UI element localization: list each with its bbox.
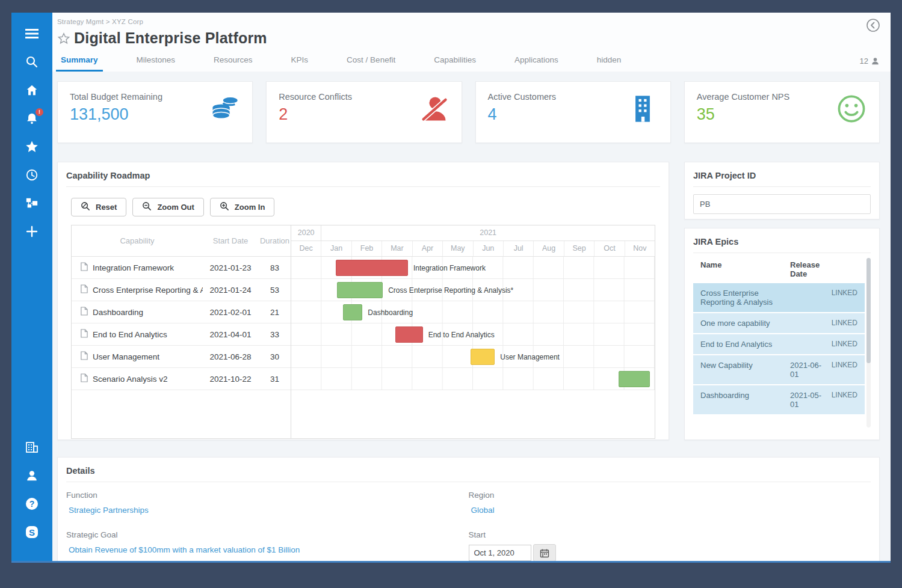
kpi-label: Active Customers xyxy=(488,92,557,102)
epic-name: Dashboarding xyxy=(700,391,790,409)
favorites-star-icon[interactable] xyxy=(24,139,40,155)
tab-capabilities[interactable]: Capabilities xyxy=(430,55,480,72)
tab-resources[interactable]: Resources xyxy=(210,55,256,72)
epics-col-release-date: Release Date xyxy=(790,260,857,278)
tab-summary[interactable]: Summary xyxy=(57,55,102,72)
menu-icon[interactable] xyxy=(24,26,40,41)
start-date-cell: 2021-04-01 xyxy=(203,330,258,339)
jira-epics-table: Name Release Date Cross Enterprise Repor… xyxy=(693,254,871,431)
building-icon xyxy=(627,93,658,124)
gantt-bar-label: User Management xyxy=(500,353,560,361)
kpi-label: Resource Conflicts xyxy=(279,92,352,102)
kpi-card-resource-conflicts[interactable]: Resource Conflicts 2 xyxy=(266,81,462,143)
home-icon[interactable] xyxy=(24,82,40,98)
recent-clock-icon[interactable] xyxy=(24,167,40,183)
gantt-bar-integration-framework[interactable]: Integration Framework xyxy=(336,260,408,276)
skype-icon[interactable]: S xyxy=(24,524,40,540)
kpi-value: 131,500 xyxy=(70,105,162,124)
start-date-cell: 2021-01-23 xyxy=(203,263,258,272)
gantt-row-cross-enterprise-reporting-analysis[interactable]: Cross Enterprise Reporting & Analysis*20… xyxy=(72,279,291,301)
epic-row-cross-enterprise-reporting-analysis[interactable]: Cross Enterprise Reporting & AnalysisLIN… xyxy=(693,283,865,312)
help-icon[interactable]: ? xyxy=(24,496,40,512)
function-label: Function xyxy=(66,491,469,500)
collapse-panel-icon[interactable] xyxy=(865,17,881,33)
hierarchy-icon[interactable] xyxy=(24,195,40,211)
month-label-feb: Feb xyxy=(352,241,382,256)
kpi-card-average-nps[interactable]: Average Customer NPS 35 xyxy=(684,81,880,143)
gantt-row-dashboarding[interactable]: Dashboarding2021-02-0121 xyxy=(72,301,291,323)
main-area: Strategy Mgmt > XYZ Corp Digital Enterpr… xyxy=(52,13,891,561)
kpi-value: 4 xyxy=(488,105,557,124)
gantt-bar-cross-enterprise-reporting-analysis[interactable]: Cross Enterprise Reporting & Analysis* xyxy=(337,282,383,298)
month-label-aug: Aug xyxy=(534,241,564,256)
gantt-row-integration-framework[interactable]: Integration Framework2021-01-2383 xyxy=(72,257,291,279)
tab-kpis[interactable]: KPIs xyxy=(288,55,312,72)
epic-row-one-more-capability[interactable]: One more capabilityLINKED xyxy=(693,313,865,333)
user-profile-icon[interactable] xyxy=(24,468,40,483)
epic-linked-status: LINKED xyxy=(826,391,857,409)
gantt-bar-row xyxy=(291,368,655,390)
gantt-bar-end-to-end-analytics[interactable]: End to End Analytics xyxy=(395,326,422,343)
gantt-bar-dashboarding[interactable]: Dashboarding xyxy=(343,304,362,320)
capability-name-text: Scenario Analysis v2 xyxy=(93,375,168,384)
kpi-card-total-budget[interactable]: Total Budget Remaining 131,500 xyxy=(57,81,253,143)
kpi-value: 35 xyxy=(697,105,789,124)
tab-applications[interactable]: Applications xyxy=(511,55,562,72)
tab-milestones[interactable]: Milestones xyxy=(133,55,179,72)
gantt-row-user-management[interactable]: User Management2021-06-2830 xyxy=(72,346,291,368)
kpi-card-active-customers[interactable]: Active Customers 4 xyxy=(475,81,671,143)
tab-cost-benefit[interactable]: Cost / Benefit xyxy=(343,55,399,72)
epic-name: One more capability xyxy=(700,319,790,328)
gantt-row-scenario-analysis-v2[interactable]: Scenario Analysis v22021-10-2231 xyxy=(72,368,291,390)
function-value-link[interactable]: Strategic Partnerships xyxy=(66,506,469,515)
gantt-bar-label: Integration Framework xyxy=(413,264,486,272)
jira-project-id-input[interactable] xyxy=(693,194,871,214)
duration-cell: 30 xyxy=(258,352,291,361)
epic-linked-status: LINKED xyxy=(826,289,857,307)
gantt-bar-row: User Management xyxy=(291,346,655,368)
company-building-icon[interactable] xyxy=(24,439,40,455)
capability-name: End to End Analytics xyxy=(72,329,203,340)
add-plus-icon[interactable] xyxy=(24,224,40,239)
roadmap-title: Capability Roadmap xyxy=(66,171,660,187)
users-count-chip[interactable]: 12 xyxy=(860,57,880,72)
reset-button[interactable]: Reset xyxy=(71,198,126,216)
document-icon xyxy=(80,262,88,273)
month-label-dec: Dec xyxy=(291,241,321,256)
epics-scrollbar xyxy=(866,258,871,427)
favorite-star-outline-icon[interactable] xyxy=(57,32,70,45)
document-icon xyxy=(80,329,88,340)
year-label-2021: 2021 xyxy=(321,225,655,240)
gantt-row-end-to-end-analytics[interactable]: End to End Analytics2021-04-0133 xyxy=(72,323,291,346)
person-icon xyxy=(871,57,880,66)
smiley-icon xyxy=(836,93,867,124)
zoom-out-button[interactable]: Zoom Out xyxy=(132,198,203,216)
document-icon xyxy=(80,307,88,317)
tab-hidden[interactable]: hidden xyxy=(593,55,625,72)
month-label-nov: Nov xyxy=(625,241,655,256)
epic-linked-status: LINKED xyxy=(826,319,857,328)
epic-row-new-capability[interactable]: New Capability2021-06-01LINKED xyxy=(693,355,865,384)
start-date-input[interactable] xyxy=(469,545,531,561)
epics-scrollbar-thumb[interactable] xyxy=(866,258,871,363)
epics-col-name: Name xyxy=(700,260,790,278)
dashboard-content: Total Budget Remaining 131,500 Resource … xyxy=(52,72,891,561)
notifications-bell-icon[interactable]: ! xyxy=(24,111,40,126)
start-date-cell: 2021-02-01 xyxy=(203,308,258,317)
epic-row-dashboarding[interactable]: Dashboarding2021-05-01LINKED xyxy=(693,385,865,414)
calendar-button[interactable] xyxy=(533,544,556,561)
zoom-in-button[interactable]: Zoom In xyxy=(210,198,275,216)
breadcrumb: Strategy Mgmt > XYZ Corp xyxy=(57,18,880,25)
kpi-value: 2 xyxy=(279,105,352,124)
epic-release-date xyxy=(790,289,826,307)
strategic-goal-value-link[interactable]: Obtain Revenue of $100mm with a market v… xyxy=(66,545,469,554)
search-icon[interactable] xyxy=(24,54,40,70)
zoom-out-icon xyxy=(142,201,152,213)
epic-row-end-to-end-analytics[interactable]: End to End AnalyticsLINKED xyxy=(693,334,865,354)
gantt-bar-user-management[interactable]: User Management xyxy=(471,349,495,365)
month-label-oct: Oct xyxy=(595,241,625,256)
region-value-link[interactable]: Global xyxy=(469,506,871,515)
gantt-bar-row: Integration Framework xyxy=(291,257,655,279)
sidebar: ! ? S xyxy=(11,13,52,561)
gantt-bar-scenario-analysis-v2[interactable] xyxy=(619,371,650,387)
